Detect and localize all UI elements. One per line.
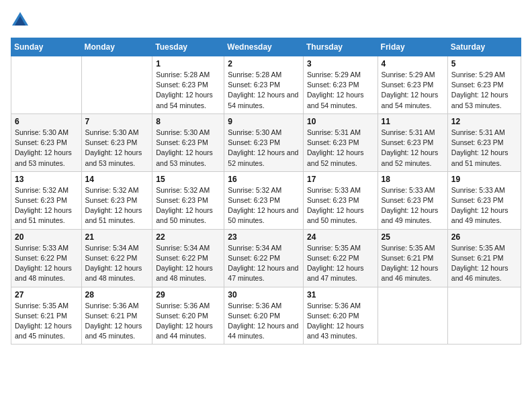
- day-info: Sunrise: 5:36 AMSunset: 6:21 PMDaylight:…: [85, 301, 149, 342]
- day-info: Sunrise: 5:30 AMSunset: 6:23 PMDaylight:…: [228, 128, 300, 169]
- day-info: Sunrise: 5:28 AMSunset: 6:23 PMDaylight:…: [156, 70, 220, 111]
- day-number: 18: [382, 175, 444, 184]
- calendar-cell: 4Sunrise: 5:29 AMSunset: 6:23 PMDaylight…: [378, 56, 447, 114]
- calendar-cell: 12Sunrise: 5:31 AMSunset: 6:23 PMDayligh…: [447, 113, 521, 171]
- calendar-cell: 8Sunrise: 5:30 AMSunset: 6:23 PMDaylight…: [152, 113, 224, 171]
- weekday-header-tuesday: Tuesday: [152, 38, 224, 56]
- calendar-cell: 7Sunrise: 5:30 AMSunset: 6:23 PMDaylight…: [81, 113, 152, 171]
- day-info: Sunrise: 5:32 AMSunset: 6:23 PMDaylight:…: [156, 185, 220, 226]
- day-number: 20: [15, 232, 78, 242]
- day-info: Sunrise: 5:36 AMSunset: 6:20 PMDaylight:…: [228, 301, 300, 342]
- calendar-cell: 25Sunrise: 5:35 AMSunset: 6:21 PMDayligh…: [378, 229, 447, 287]
- day-number: 9: [228, 117, 300, 126]
- calendar-cell: 11Sunrise: 5:31 AMSunset: 6:23 PMDayligh…: [378, 113, 447, 171]
- day-number: 26: [451, 232, 517, 242]
- day-info: Sunrise: 5:34 AMSunset: 6:22 PMDaylight:…: [228, 243, 300, 284]
- day-number: 12: [451, 117, 517, 126]
- day-info: Sunrise: 5:33 AMSunset: 6:22 PMDaylight:…: [15, 243, 78, 284]
- calendar-cell: 18Sunrise: 5:33 AMSunset: 6:23 PMDayligh…: [378, 171, 447, 229]
- calendar-cell: 2Sunrise: 5:28 AMSunset: 6:23 PMDaylight…: [224, 56, 304, 114]
- weekday-header-friday: Friday: [378, 38, 447, 56]
- day-info: Sunrise: 5:29 AMSunset: 6:23 PMDaylight:…: [307, 70, 374, 111]
- day-info: Sunrise: 5:31 AMSunset: 6:23 PMDaylight:…: [382, 128, 444, 169]
- logo: [11, 11, 32, 30]
- day-info: Sunrise: 5:34 AMSunset: 6:22 PMDaylight:…: [85, 243, 149, 284]
- calendar-cell: 9Sunrise: 5:30 AMSunset: 6:23 PMDaylight…: [224, 113, 304, 171]
- calendar-cell: 30Sunrise: 5:36 AMSunset: 6:20 PMDayligh…: [224, 287, 304, 345]
- calendar-cell: 26Sunrise: 5:35 AMSunset: 6:21 PMDayligh…: [447, 229, 521, 287]
- calendar-cell: 16Sunrise: 5:32 AMSunset: 6:23 PMDayligh…: [224, 171, 304, 229]
- day-number: 2: [228, 59, 300, 68]
- day-number: 25: [382, 232, 444, 242]
- calendar-cell: 10Sunrise: 5:31 AMSunset: 6:23 PMDayligh…: [303, 113, 378, 171]
- day-info: Sunrise: 5:29 AMSunset: 6:23 PMDaylight:…: [451, 70, 517, 111]
- calendar-cell: 15Sunrise: 5:32 AMSunset: 6:23 PMDayligh…: [152, 171, 224, 229]
- weekday-header-sunday: Sunday: [11, 38, 82, 56]
- calendar-cell: 17Sunrise: 5:33 AMSunset: 6:23 PMDayligh…: [303, 171, 378, 229]
- day-number: 23: [228, 232, 300, 242]
- weekday-row: SundayMondayTuesdayWednesdayThursdayFrid…: [11, 38, 521, 56]
- calendar-cell: 21Sunrise: 5:34 AMSunset: 6:22 PMDayligh…: [81, 229, 152, 287]
- day-number: 10: [307, 117, 374, 126]
- calendar-week-1: 1Sunrise: 5:28 AMSunset: 6:23 PMDaylight…: [11, 56, 521, 114]
- day-info: Sunrise: 5:36 AMSunset: 6:20 PMDaylight:…: [307, 301, 374, 342]
- day-number: 28: [85, 290, 149, 300]
- day-info: Sunrise: 5:31 AMSunset: 6:23 PMDaylight:…: [307, 128, 374, 169]
- day-info: Sunrise: 5:32 AMSunset: 6:23 PMDaylight:…: [228, 185, 300, 226]
- day-info: Sunrise: 5:30 AMSunset: 6:23 PMDaylight:…: [85, 128, 149, 169]
- calendar-cell: 31Sunrise: 5:36 AMSunset: 6:20 PMDayligh…: [303, 287, 378, 345]
- day-info: Sunrise: 5:32 AMSunset: 6:23 PMDaylight:…: [15, 185, 78, 226]
- day-number: 7: [85, 117, 149, 126]
- day-number: 29: [156, 290, 220, 300]
- calendar-cell: [11, 56, 82, 114]
- calendar-cell: 24Sunrise: 5:35 AMSunset: 6:22 PMDayligh…: [303, 229, 378, 287]
- day-info: Sunrise: 5:35 AMSunset: 6:21 PMDaylight:…: [451, 243, 517, 284]
- calendar-week-3: 13Sunrise: 5:32 AMSunset: 6:23 PMDayligh…: [11, 171, 521, 229]
- day-number: 30: [228, 290, 300, 300]
- day-info: Sunrise: 5:30 AMSunset: 6:23 PMDaylight:…: [15, 128, 78, 169]
- day-number: 8: [156, 117, 220, 126]
- day-number: 14: [85, 175, 149, 184]
- header: [11, 11, 521, 30]
- day-number: 3: [307, 59, 374, 68]
- calendar-cell: 1Sunrise: 5:28 AMSunset: 6:23 PMDaylight…: [152, 56, 224, 114]
- calendar-cell: 20Sunrise: 5:33 AMSunset: 6:22 PMDayligh…: [11, 229, 82, 287]
- day-info: Sunrise: 5:35 AMSunset: 6:22 PMDaylight:…: [307, 243, 374, 284]
- day-number: 31: [307, 290, 374, 300]
- calendar-week-2: 6Sunrise: 5:30 AMSunset: 6:23 PMDaylight…: [11, 113, 521, 171]
- calendar-cell: 29Sunrise: 5:36 AMSunset: 6:20 PMDayligh…: [152, 287, 224, 345]
- day-number: 5: [451, 59, 517, 68]
- day-number: 27: [15, 290, 78, 300]
- day-number: 17: [307, 175, 374, 184]
- day-info: Sunrise: 5:33 AMSunset: 6:23 PMDaylight:…: [451, 185, 517, 226]
- day-info: Sunrise: 5:35 AMSunset: 6:21 PMDaylight:…: [15, 301, 78, 342]
- day-number: 6: [15, 117, 78, 126]
- calendar-cell: [378, 287, 447, 345]
- calendar-cell: 13Sunrise: 5:32 AMSunset: 6:23 PMDayligh…: [11, 171, 82, 229]
- weekday-header-wednesday: Wednesday: [224, 38, 304, 56]
- calendar-cell: 23Sunrise: 5:34 AMSunset: 6:22 PMDayligh…: [224, 229, 304, 287]
- calendar-body: 1Sunrise: 5:28 AMSunset: 6:23 PMDaylight…: [11, 56, 521, 345]
- day-number: 22: [156, 232, 220, 242]
- calendar-cell: 19Sunrise: 5:33 AMSunset: 6:23 PMDayligh…: [447, 171, 521, 229]
- calendar-cell: 6Sunrise: 5:30 AMSunset: 6:23 PMDaylight…: [11, 113, 82, 171]
- day-number: 11: [382, 117, 444, 126]
- calendar-cell: [81, 56, 152, 114]
- calendar-cell: 3Sunrise: 5:29 AMSunset: 6:23 PMDaylight…: [303, 56, 378, 114]
- weekday-header-thursday: Thursday: [303, 38, 378, 56]
- day-info: Sunrise: 5:34 AMSunset: 6:22 PMDaylight:…: [156, 243, 220, 284]
- day-info: Sunrise: 5:30 AMSunset: 6:23 PMDaylight:…: [156, 128, 220, 169]
- weekday-header-monday: Monday: [81, 38, 152, 56]
- calendar-week-5: 27Sunrise: 5:35 AMSunset: 6:21 PMDayligh…: [11, 287, 521, 345]
- calendar-cell: 27Sunrise: 5:35 AMSunset: 6:21 PMDayligh…: [11, 287, 82, 345]
- day-info: Sunrise: 5:29 AMSunset: 6:23 PMDaylight:…: [382, 70, 444, 111]
- calendar-week-4: 20Sunrise: 5:33 AMSunset: 6:22 PMDayligh…: [11, 229, 521, 287]
- calendar-header: SundayMondayTuesdayWednesdayThursdayFrid…: [11, 38, 521, 56]
- day-number: 4: [382, 59, 444, 68]
- day-info: Sunrise: 5:31 AMSunset: 6:23 PMDaylight:…: [451, 128, 517, 169]
- day-info: Sunrise: 5:28 AMSunset: 6:23 PMDaylight:…: [228, 70, 300, 111]
- day-number: 16: [228, 175, 300, 184]
- day-info: Sunrise: 5:33 AMSunset: 6:23 PMDaylight:…: [382, 185, 444, 226]
- day-number: 19: [451, 175, 517, 184]
- day-number: 21: [85, 232, 149, 242]
